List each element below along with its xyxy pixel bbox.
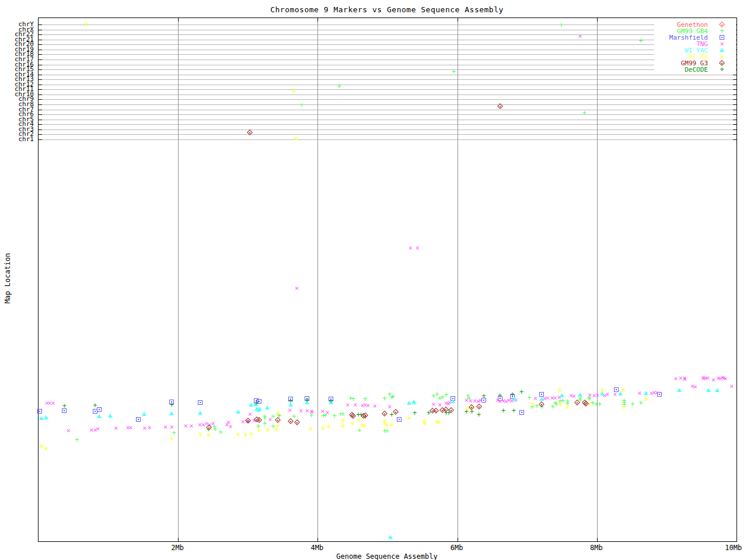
tng-marker-glyph: ×: [553, 394, 557, 401]
decode-marker-glyph: +: [62, 402, 67, 410]
decode-marker-glyph: +: [427, 410, 431, 416]
tng-marker-glyph: ×: [148, 424, 152, 431]
gm99gb4-marker-glyph: +: [452, 68, 456, 75]
decode-marker-glyph: +: [465, 408, 469, 415]
gm99gb4-marker-glyph: +: [75, 436, 79, 443]
decode-marker-glyph: +: [390, 411, 394, 418]
decode-marker-glyph: +: [254, 400, 259, 407]
wirh-marker-glyph: +: [558, 401, 563, 408]
decode-marker-glyph: +: [359, 411, 363, 418]
wirh-marker-glyph: +: [362, 422, 366, 429]
tng-marker-glyph: ×: [366, 402, 370, 409]
marshfield-marker-glyph: [198, 400, 203, 405]
wiyac-marker-glyph: [249, 402, 253, 407]
right-axis-tick: [733, 110, 736, 110]
tng-marker-glyph: ×: [305, 407, 309, 414]
left-axis-tick: [39, 104, 42, 105]
tng-marker-glyph: ×: [711, 376, 715, 383]
tng-marker-glyph: ×: [673, 375, 678, 382]
tng-marker-glyph: ×: [683, 376, 687, 383]
legend-marker-tng: ×: [708, 41, 736, 47]
wiyac-marker-glyph: [198, 411, 203, 415]
tng-marker-glyph: ×: [465, 397, 469, 404]
left-axis-tick: [39, 99, 42, 100]
left-axis-tick: [39, 139, 42, 140]
wiyac-marker-glyph: [706, 388, 711, 392]
tng-marker-glyph: ×: [51, 400, 55, 407]
right-axis-tick: [733, 94, 736, 95]
gm99gb4-marker-glyph: +: [299, 102, 303, 108]
gm99gb4-marker-glyph: +: [582, 110, 587, 117]
wirh-marker-glyph: +: [257, 427, 261, 434]
wirh-marker-glyph: +: [601, 387, 605, 394]
chromosome-row-line: [39, 110, 736, 110]
plot-area: ++++++++++++++++++++++++++++++++++++++++…: [38, 18, 737, 542]
tng-marker-glyph: ×: [416, 244, 420, 251]
chart-title: Chromosome 9 Markers vs Genome Sequence …: [270, 5, 504, 14]
wiyac-marker-glyph: [169, 411, 174, 415]
tng-marker-glyph: ×: [241, 418, 245, 425]
wirh-marker-glyph: +: [207, 432, 211, 439]
tng-marker-glyph: ×: [706, 374, 710, 382]
wiyac-marker-glyph: [265, 405, 270, 410]
chromosome-row-line: [39, 60, 736, 60]
left-axis-tick: [39, 114, 42, 115]
left-axis-tick: [39, 79, 42, 80]
legend-marker-wirh: ×+: [708, 54, 736, 60]
decode-marker-glyph: +: [519, 388, 523, 396]
wirh-marker-glyph: +: [566, 404, 570, 411]
right-axis-tick: [733, 104, 736, 105]
tng-marker-glyph: ×: [211, 420, 215, 427]
tng-marker-glyph: ×: [431, 401, 435, 408]
wirh-marker-glyph: +: [249, 430, 253, 438]
gm99gb4-marker-glyph: +: [630, 401, 634, 408]
gm99gb4-marker-glyph: +: [292, 413, 296, 420]
left-axis-tick: [39, 134, 42, 135]
chromosome-row-line: [39, 50, 736, 50]
chromosome-row-line: [39, 99, 736, 100]
tng-marker-glyph: ×: [228, 423, 232, 430]
legend-label-decode: DeCODE: [654, 66, 708, 73]
left-axis-tick: [39, 34, 42, 35]
left-axis-tick: [39, 24, 42, 25]
gm99gb4-marker-glyph: +: [720, 27, 724, 34]
left-axis-tick: [39, 130, 42, 130]
x-axis-tick-top: [178, 18, 179, 22]
wiyac-marker-glyph: [39, 416, 44, 420]
right-axis-tick: [733, 134, 736, 135]
wirh-marker-glyph: +: [327, 423, 331, 430]
right-axis-tick: [733, 79, 736, 80]
left-axis-tick: [39, 85, 42, 85]
decode-marker-glyph: +: [93, 402, 97, 409]
wirh-marker-glyph: +: [276, 422, 280, 429]
decode-marker-glyph: +: [498, 392, 502, 399]
tng-marker-glyph: ×: [693, 383, 697, 390]
tng-marker-glyph: ×: [720, 40, 724, 47]
decode-marker-glyph: +: [329, 397, 333, 404]
wirh-marker-glyph: +: [385, 422, 389, 429]
gm99gb4-marker-glyph: +: [383, 395, 387, 402]
right-axis-tick: [733, 114, 736, 115]
wirh-marker-glyph: +: [44, 445, 48, 452]
left-axis-tick: [39, 94, 42, 95]
tng-marker-glyph: ×: [320, 408, 324, 415]
tng-marker-glyph: ×: [605, 391, 609, 398]
wirh-marker-glyph: +: [292, 88, 296, 94]
left-axis-tick: [39, 60, 42, 60]
chromosome-tick-label: chr1: [0, 136, 34, 142]
decode-marker-glyph: +: [512, 407, 516, 414]
tng-marker-glyph: ×: [373, 402, 377, 410]
gridline-8mb: [597, 18, 598, 541]
wirh-marker-glyph: +: [407, 415, 411, 422]
chart-canvas: Chromosome 9 Markers vs Genome Sequence …: [0, 0, 747, 560]
wirh-marker-glyph: +: [622, 387, 626, 394]
tng-marker-glyph: ×: [388, 403, 392, 410]
tng-marker-glyph: ×: [310, 408, 314, 415]
wirh-marker-glyph: +: [720, 53, 724, 60]
wirh-marker-glyph: +: [236, 431, 240, 438]
x-axis-tick-top: [317, 18, 318, 22]
decode-marker-glyph: +: [447, 410, 451, 416]
decode-marker-glyph: +: [510, 391, 514, 398]
tng-marker-glyph: ×: [268, 416, 272, 423]
wirh-marker-glyph: +: [266, 426, 270, 433]
